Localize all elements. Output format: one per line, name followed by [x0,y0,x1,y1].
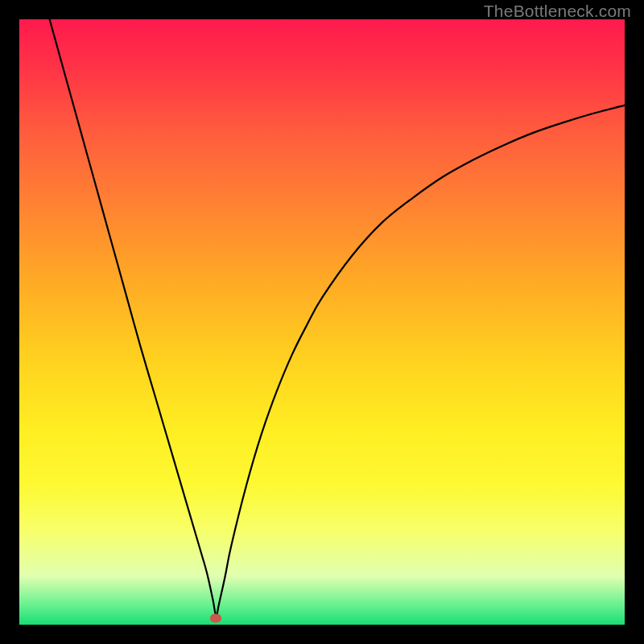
bottleneck-curve [19,19,625,625]
optimal-point-marker [210,614,221,623]
chart-frame: TheBottleneck.com [0,0,644,644]
attribution-text: TheBottleneck.com [484,2,631,21]
chart-plot-area [19,19,625,625]
